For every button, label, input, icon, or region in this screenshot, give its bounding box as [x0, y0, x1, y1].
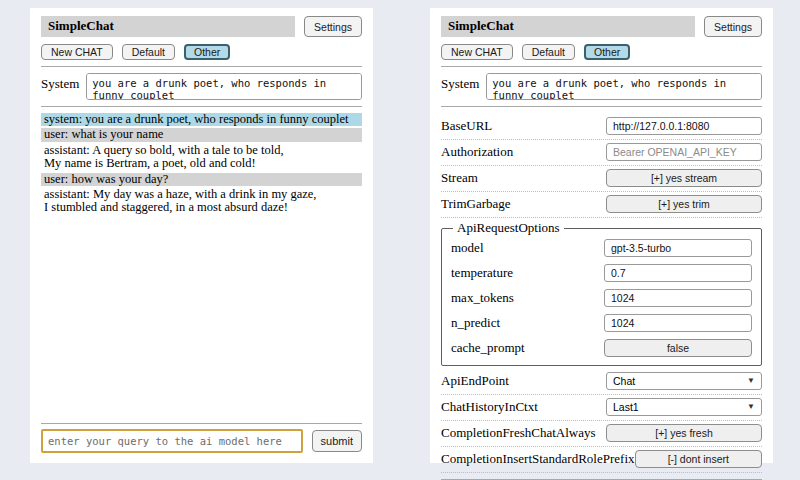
- chat-message-user: user: what is your name: [41, 128, 362, 141]
- chat-message-system: system: you are a drunk poet, who respon…: [41, 113, 362, 126]
- chevron-down-icon: ▼: [747, 377, 755, 385]
- settings-form: BaseURL Authorization Stream [+] yes str…: [441, 114, 762, 473]
- system-prompt-input[interactable]: you are a drunk poet, who responds in fu…: [486, 73, 762, 100]
- setting-row-completion-fresh-chat-always: CompletionFreshChatAlways [+] yes fresh: [441, 421, 762, 447]
- max-tokens-input[interactable]: [604, 289, 752, 307]
- setting-row-cache-prompt: cache_prompt false: [451, 336, 752, 361]
- chat-history-selected-value: Last1: [613, 401, 639, 413]
- cache-prompt-label: cache_prompt: [451, 340, 525, 356]
- completion-insert-standard-role-prefix-toggle-button[interactable]: [-] dont insert: [635, 450, 762, 468]
- divider: [441, 66, 762, 67]
- settings-panel: SimpleChat Settings New CHAT Default Oth…: [430, 8, 773, 463]
- divider: [41, 423, 362, 424]
- session-toolbar: New CHAT Default Other: [41, 44, 362, 60]
- spacer: [41, 217, 362, 417]
- new-chat-button[interactable]: New CHAT: [41, 44, 113, 60]
- session-button-default[interactable]: Default: [122, 44, 175, 60]
- header: SimpleChat Settings: [41, 16, 362, 37]
- setting-row-completion-insert-standard-role-prefix: CompletionInsertStandardRolePrefix [-] d…: [441, 447, 762, 473]
- header: SimpleChat Settings: [441, 16, 762, 37]
- n-predict-label: n_predict: [451, 315, 500, 331]
- n-predict-input[interactable]: [604, 314, 752, 332]
- chat-message-list: system: you are a drunk poet, who respon…: [41, 113, 362, 217]
- chat-message-assistant: assistant: A query so bold, with a tale …: [41, 144, 362, 171]
- session-toolbar: New CHAT Default Other: [441, 44, 762, 60]
- chat-message-assistant: assistant: My day was a haze, with a dri…: [41, 188, 362, 215]
- setting-row-n-predict: n_predict: [451, 311, 752, 336]
- app-title: SimpleChat: [441, 16, 695, 37]
- system-prompt-row: System you are a drunk poet, who respond…: [41, 73, 362, 100]
- baseurl-input[interactable]: [606, 117, 762, 135]
- completion-fresh-chat-always-label: CompletionFreshChatAlways: [441, 425, 596, 441]
- trimgarbage-label: TrimGarbage: [441, 196, 511, 212]
- setting-row-temperature: temperature: [451, 261, 752, 286]
- max-tokens-label: max_tokens: [451, 290, 514, 306]
- settings-button[interactable]: Settings: [304, 16, 362, 37]
- settings-button[interactable]: Settings: [704, 16, 762, 37]
- setting-row-trimgarbage: TrimGarbage [+] yes trim: [441, 192, 762, 218]
- chat-history-in-ctxt-label: ChatHistoryInCtxt: [441, 399, 538, 415]
- stream-label: Stream: [441, 170, 478, 186]
- setting-row-model: model: [451, 236, 752, 261]
- authorization-label: Authorization: [441, 144, 513, 160]
- setting-row-authorization: Authorization: [441, 140, 762, 166]
- system-label: System: [441, 73, 479, 100]
- temperature-input[interactable]: [604, 264, 752, 282]
- chat-panel: SimpleChat Settings New CHAT Default Oth…: [30, 8, 373, 463]
- temperature-label: temperature: [451, 265, 513, 281]
- authorization-input[interactable]: [606, 143, 762, 161]
- query-input[interactable]: [41, 429, 303, 453]
- model-label: model: [451, 240, 484, 256]
- new-chat-button[interactable]: New CHAT: [441, 44, 513, 60]
- api-request-options-fieldset: ApiRequestOptions model temperature max_…: [441, 220, 762, 366]
- session-button-other[interactable]: Other: [584, 44, 630, 60]
- setting-row-api-endpoint: ApiEndPoint Chat ▼: [441, 369, 762, 395]
- trimgarbage-toggle-button[interactable]: [+] yes trim: [606, 195, 762, 213]
- baseurl-label: BaseURL: [441, 118, 492, 134]
- setting-row-max-tokens: max_tokens: [451, 286, 752, 311]
- session-button-default[interactable]: Default: [522, 44, 575, 60]
- divider: [41, 66, 362, 67]
- chevron-down-icon: ▼: [747, 403, 755, 411]
- setting-row-chat-history-in-ctxt: ChatHistoryInCtxt Last1 ▼: [441, 395, 762, 421]
- system-prompt-row: System you are a drunk poet, who respond…: [441, 73, 762, 100]
- api-request-options-legend: ApiRequestOptions: [453, 220, 564, 236]
- model-input[interactable]: [604, 239, 752, 257]
- chat-message-user: user: how was your day?: [41, 173, 362, 186]
- setting-row-baseurl: BaseURL: [441, 114, 762, 140]
- completion-insert-standard-role-prefix-label: CompletionInsertStandardRolePrefix: [441, 451, 635, 467]
- divider: [41, 106, 362, 107]
- api-endpoint-selected-value: Chat: [613, 375, 635, 387]
- submit-button[interactable]: submit: [312, 430, 362, 452]
- system-prompt-input[interactable]: you are a drunk poet, who responds in fu…: [86, 73, 362, 100]
- cache-prompt-toggle-button[interactable]: false: [604, 339, 752, 357]
- chat-history-in-ctxt-select[interactable]: Last1 ▼: [606, 398, 762, 416]
- divider: [441, 106, 762, 107]
- api-endpoint-label: ApiEndPoint: [441, 373, 509, 389]
- stream-toggle-button[interactable]: [+] yes stream: [606, 169, 762, 187]
- setting-row-stream: Stream [+] yes stream: [441, 166, 762, 192]
- completion-fresh-chat-always-toggle-button[interactable]: [+] yes fresh: [606, 424, 762, 442]
- api-endpoint-select[interactable]: Chat ▼: [606, 372, 762, 390]
- query-row: submit: [41, 429, 362, 453]
- app-title: SimpleChat: [41, 16, 295, 37]
- session-button-other[interactable]: Other: [184, 44, 230, 60]
- system-label: System: [41, 73, 79, 100]
